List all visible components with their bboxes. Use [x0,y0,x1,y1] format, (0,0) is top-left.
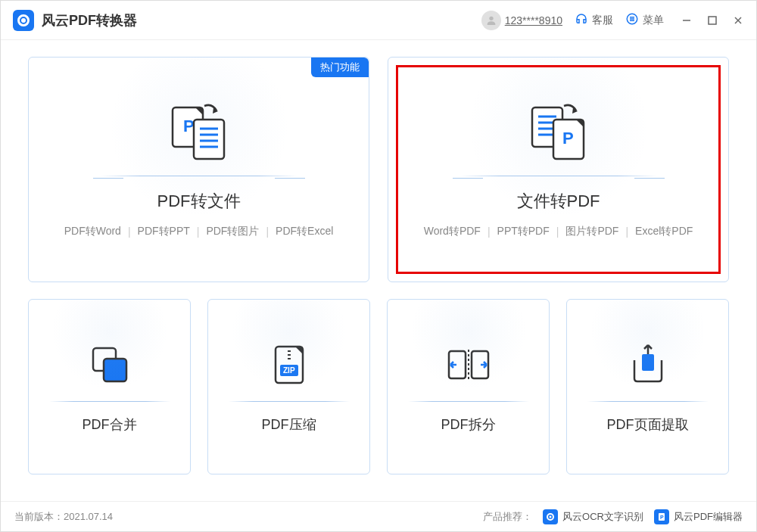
svg-rect-24 [104,359,126,381]
sub-item[interactable]: 图片转PDF [565,225,618,238]
file-to-pdf-icon: P [525,101,593,162]
card-subs: Word转PDF| PPT转PDF| 图片转PDF| Excel转PDF [424,225,693,238]
svg-rect-11 [194,120,224,159]
svg-text:P: P [660,515,664,520]
version-value: 2021.07.14 [64,511,113,522]
card-pdf-merge[interactable]: PDF合并 [28,299,191,474]
svg-rect-34 [642,354,654,371]
window-controls [681,14,744,26]
card-pdf-compress[interactable]: ZIP PDF压缩 [207,299,370,474]
promo-name: 风云PDF编辑器 [674,510,743,524]
minimize-button[interactable] [681,14,693,26]
card-pdf-extract[interactable]: PDF页面提取 [566,299,729,474]
titlebar-right: 123****8910 客服 菜单 [481,11,744,30]
svg-text:P: P [562,129,574,148]
small-cards-row: PDF合并 ZIP PDF压缩 [28,299,729,474]
divider-decoration [460,176,657,176]
sub-item[interactable]: PPT转PDF [497,225,550,238]
svg-point-0 [489,16,493,20]
sub-item[interactable]: Word转PDF [424,225,481,238]
card-pdf-to-file[interactable]: 热门功能 P PDF转文件 PDF转Word| [28,57,369,282]
card-title: PDF转文件 [157,190,241,213]
divider-decoration [101,176,298,176]
ocr-icon [543,509,558,524]
card-title: PDF拆分 [441,415,496,434]
divider-decoration [408,401,529,402]
promo-name: 风云OCR文字识别 [562,510,643,524]
svg-text:ZIP: ZIP [283,366,295,375]
card-title: PDF合并 [83,415,137,434]
sub-item[interactable]: PDF转Excel [276,225,333,238]
card-title: PDF压缩 [262,415,316,434]
merge-icon [86,341,134,389]
promo-editor[interactable]: P 风云PDF编辑器 [654,509,743,524]
pdf-to-file-icon: P [165,101,233,162]
divider-decoration [49,401,170,402]
zip-icon: ZIP [265,341,313,389]
support-button[interactable]: 客服 [575,12,613,28]
promo-ocr[interactable]: 风云OCR文字识别 [543,509,643,524]
titlebar: 风云PDF转换器 123****8910 客服 菜单 [1,1,756,40]
menu-icon [625,12,639,28]
close-button[interactable] [732,14,744,26]
hot-badge: 热门功能 [311,58,369,77]
main-content: 热门功能 P PDF转文件 PDF转Word| [1,40,756,501]
sub-item[interactable]: PDF转图片 [206,225,259,238]
divider-decoration [587,401,709,402]
editor-icon: P [654,509,669,524]
split-icon [444,341,493,389]
logo-wrap: 风云PDF转换器 [13,10,137,31]
large-cards-row: 热门功能 P PDF转文件 PDF转Word| [28,57,729,282]
version-label: 当前版本： [14,510,64,524]
card-title: PDF页面提取 [607,415,689,434]
card-pdf-split[interactable]: PDF拆分 [387,299,550,474]
support-label: 客服 [592,14,613,27]
user-account[interactable]: 123****8910 [481,11,562,30]
card-file-to-pdf[interactable]: P 文件转PDF Word转PDF| PPT转PDF| 图片转PDF| Exce… [388,57,729,282]
svg-rect-6 [709,17,716,24]
maximize-button[interactable] [706,14,718,26]
sub-item[interactable]: Excel转PDF [635,225,693,238]
menu-button[interactable]: 菜单 [625,12,664,28]
extract-icon [624,341,672,389]
card-subs: PDF转Word| PDF转PPT| PDF转图片| PDF转Excel [64,225,334,238]
app-logo-icon [13,10,34,31]
menu-label: 菜单 [643,14,664,27]
footer-right: 产品推荐： 风云OCR文字识别 P 风云PDF编辑器 [483,509,743,524]
card-title: 文件转PDF [517,190,600,213]
user-id: 123****8910 [505,14,562,26]
promo-label: 产品推荐： [483,510,532,524]
svg-text:P: P [183,117,195,135]
avatar-icon [481,11,501,30]
sub-item[interactable]: PDF转PPT [138,225,190,238]
footer: 当前版本： 2021.07.14 产品推荐： 风云OCR文字识别 P 风云PDF… [1,501,756,531]
divider-decoration [229,401,350,402]
headset-icon [575,12,588,28]
app-title: 风云PDF转换器 [42,11,137,30]
svg-point-36 [550,515,552,518]
sub-item[interactable]: PDF转Word [64,225,121,238]
